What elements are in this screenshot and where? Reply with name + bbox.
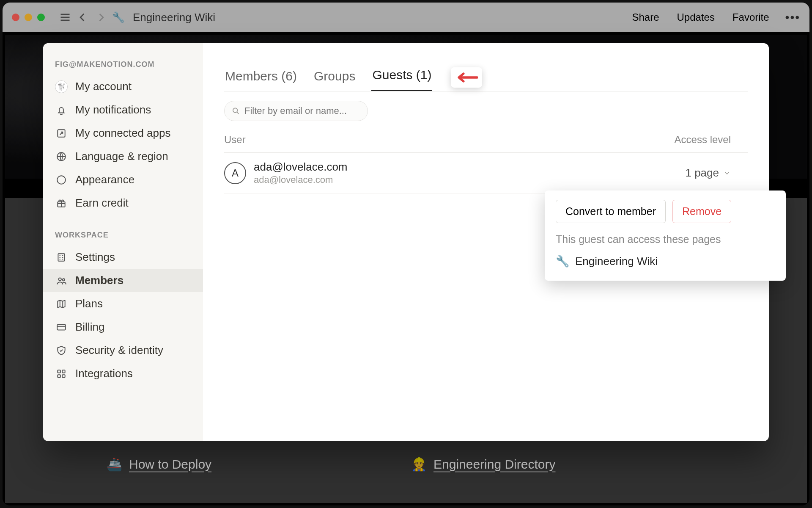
callout-arrow <box>451 67 482 88</box>
sidebar-workspace-header: WORKSPACE <box>43 226 203 246</box>
sidebar-item-label: Integrations <box>75 367 133 380</box>
settings-modal: FIG@MAKENOTION.COM 🐩 My account My notif… <box>43 43 769 441</box>
sidebar-item-language[interactable]: Language & region <box>43 145 203 168</box>
sidebar-item-plans[interactable]: Plans <box>43 292 203 315</box>
people-icon <box>55 274 68 287</box>
sidebar-item-label: Settings <box>75 251 115 264</box>
svg-point-5 <box>59 278 62 281</box>
sidebar-item-appearance[interactable]: Appearance <box>43 168 203 191</box>
svg-rect-10 <box>58 375 60 378</box>
svg-rect-9 <box>62 370 65 373</box>
credit-card-icon <box>55 321 68 334</box>
svg-rect-11 <box>62 375 65 378</box>
svg-rect-8 <box>58 370 60 373</box>
page-emoji-icon: 🔧 <box>556 255 569 268</box>
sidebar-item-label: Security & identity <box>75 344 163 357</box>
remove-guest-button[interactable]: Remove <box>672 200 731 223</box>
arrow-out-icon <box>55 127 68 140</box>
guest-filter-field[interactable] <box>244 105 361 116</box>
chevron-down-icon <box>723 169 731 177</box>
sidebar-item-label: Language & region <box>75 150 168 163</box>
sidebar-item-label: Appearance <box>75 173 134 186</box>
sidebar-item-label: Plans <box>75 297 103 310</box>
tab-groups[interactable]: Groups <box>313 64 356 91</box>
sidebar-item-my-account[interactable]: 🐩 My account <box>43 75 203 98</box>
sidebar-item-settings[interactable]: Settings <box>43 246 203 269</box>
apps-grid-icon <box>55 367 68 380</box>
guest-table-header: User Access level <box>224 121 748 153</box>
svg-point-12 <box>233 108 238 113</box>
page-title-label: Engineering Wiki <box>575 255 658 268</box>
gift-icon <box>55 197 68 210</box>
bell-icon <box>55 104 68 116</box>
settings-main: Members (6) Groups Guests (1) User Acces… <box>203 43 769 441</box>
guest-row: A ada@lovelace.com ada@lovelace.com 1 pa… <box>224 153 748 193</box>
convert-to-member-button[interactable]: Convert to member <box>556 200 666 223</box>
access-level-dropdown[interactable]: 1 page <box>685 166 731 179</box>
search-icon <box>231 106 240 116</box>
sidebar-item-label: My notifications <box>75 103 151 116</box>
sidebar-item-label: My account <box>75 80 132 93</box>
sidebar-item-security[interactable]: Security & identity <box>43 339 203 362</box>
guest-filter-input[interactable] <box>224 101 368 121</box>
sidebar-item-members[interactable]: Members <box>43 269 203 292</box>
access-level-label: 1 page <box>685 166 719 179</box>
sidebar-item-billing[interactable]: Billing <box>43 315 203 339</box>
accessible-page-item[interactable]: 🔧 Engineering Wiki <box>556 251 775 271</box>
svg-point-6 <box>63 279 65 281</box>
sidebar-item-label: Members <box>75 274 123 287</box>
sidebar-item-label: My connected apps <box>75 127 170 140</box>
guest-email: ada@lovelace.com <box>254 174 348 185</box>
globe-icon <box>55 150 68 163</box>
column-access: Access level <box>675 134 731 146</box>
guest-access-popover: Convert to member Remove This guest can … <box>545 190 786 281</box>
settings-sidebar: FIG@MAKENOTION.COM 🐩 My account My notif… <box>43 43 203 441</box>
sidebar-item-label: Billing <box>75 320 104 334</box>
guest-name: ada@lovelace.com <box>254 160 348 174</box>
map-icon <box>55 298 68 310</box>
column-user: User <box>224 134 246 146</box>
svg-rect-4 <box>58 254 64 261</box>
moon-icon <box>55 174 68 186</box>
sidebar-item-connected-apps[interactable]: My connected apps <box>43 121 203 145</box>
sidebar-item-notifications[interactable]: My notifications <box>43 98 203 121</box>
sidebar-item-label: Earn credit <box>75 196 129 210</box>
sidebar-item-earn-credit[interactable]: Earn credit <box>43 191 203 215</box>
building-icon <box>55 251 68 264</box>
svg-rect-7 <box>57 324 66 330</box>
sidebar-item-integrations[interactable]: Integrations <box>43 362 203 385</box>
avatar: A <box>224 162 246 184</box>
svg-point-2 <box>57 176 66 184</box>
shield-icon <box>55 344 68 357</box>
tab-members[interactable]: Members (6) <box>224 64 298 91</box>
avatar-icon: 🐩 <box>55 80 68 93</box>
tab-guests[interactable]: Guests (1) <box>371 63 432 91</box>
popover-description: This guest can access these pages <box>556 233 775 246</box>
member-tabs: Members (6) Groups Guests (1) <box>224 63 748 91</box>
sidebar-account-header: FIG@MAKENOTION.COM <box>43 56 203 75</box>
